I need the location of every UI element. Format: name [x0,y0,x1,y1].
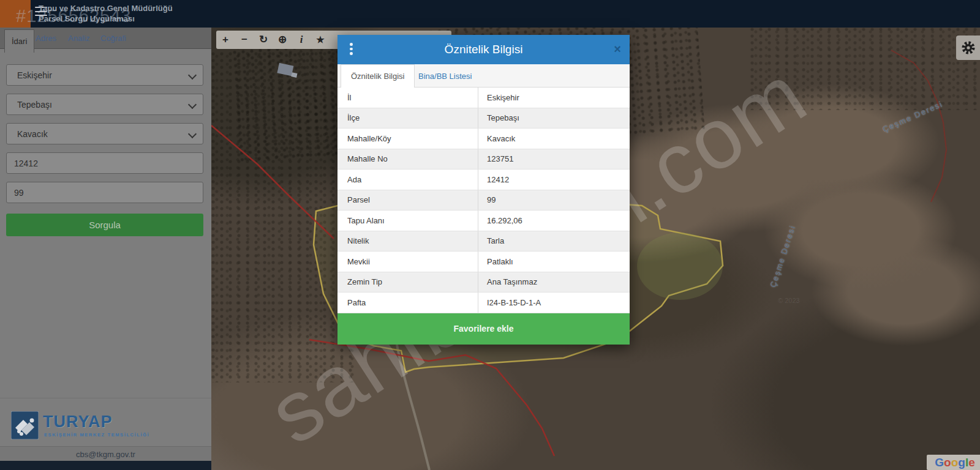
table-row-parsel: Parsel 99 [337,190,630,211]
tab-idari[interactable]: İdari [4,29,34,53]
zoom-out-icon[interactable]: − [235,31,254,49]
neighborhood-select-value: Kavacık [17,129,48,139]
parcel-query-app: Çeşme Deresi Çeşme Deresi © 2023 sahibin… [0,0,980,470]
crosshair-icon[interactable]: ⊕ [273,31,292,49]
parcel-field-green [637,233,723,300]
chevron-down-icon [188,71,197,80]
gear-icon [960,40,976,56]
google-logo-text: Google [935,455,974,470]
turyap-logo: TURYAP ESKİŞEHİR MERKEZ TEMSİLCİLİĞİ [11,411,195,445]
listing-id-watermark: #1256562543 [16,6,131,26]
modal-tabstrip: Öznitelik Bilgisi Bina/BB Listesi [337,64,630,88]
district-select[interactable]: Tepebaşı [6,94,203,115]
sidebar-footer-strip [0,461,211,470]
building-roof [277,63,293,76]
tab-bina-bb-listesi[interactable]: Bina/BB Listesi [410,64,480,88]
district-select-value: Tepebaşı [17,100,52,110]
handshake-icon [11,411,39,439]
table-row-pafta: Pafta I24-B-15-D-1-A [337,293,630,313]
attribute-table: İl Eskişehir İlçe Tepebaşı Mahalle/Köy K… [337,88,630,313]
google-logo[interactable]: Google [927,455,980,470]
query-sidebar: İdari Adres Analiz Coğrafi Eskişehir Tep… [0,28,211,470]
modal-header: Öznitelik Bilgisi × [337,35,630,64]
settings-button[interactable] [956,35,980,60]
sidebar-divider [0,398,211,398]
turyap-wordmark: TURYAP [43,412,113,431]
boundary-line-red-west [211,125,334,239]
table-row-zemin-tip: Zemin Tip Ana Taşınmaz [337,272,630,293]
query-button[interactable]: Sorgula [6,214,203,236]
province-select-value: Eskişehir [17,70,52,80]
table-row-mahalle-no: Mahalle No 123751 [337,149,630,170]
table-row-nitelik: Nitelik Tarla [337,231,630,252]
info-icon[interactable]: i [292,31,311,49]
star-icon[interactable]: ★ [311,31,330,49]
zoom-in-icon[interactable]: + [216,31,235,49]
tab-adres[interactable]: Adres [31,28,61,48]
table-row-il: İl Eskişehir [337,88,630,108]
table-row-mevkii: Mevkii Patlaklı [337,252,630,272]
province-select[interactable]: Eskişehir [6,64,203,86]
chevron-down-icon [188,130,197,138]
chevron-down-icon [188,100,197,109]
contact-email: cbs@tkgm.gov.tr [0,446,211,461]
close-icon[interactable]: × [614,41,621,57]
neighborhood-select[interactable]: Kavacık [6,123,203,144]
add-to-favorites-button[interactable]: Favorilere ekle [337,313,630,345]
table-row-ilce: İlçe Tepebaşı [337,108,630,129]
map-attribution: © 2023 [778,297,800,304]
attribute-info-modal: Öznitelik Bilgisi × Öznitelik Bilgisi Bi… [337,35,630,345]
tab-analiz[interactable]: Analiz [63,28,94,48]
ada-input[interactable] [6,152,203,174]
tab-oznitelik-bilgisi[interactable]: Öznitelik Bilgisi [341,64,415,88]
table-row-tapu-alani: Tapu Alanı 16.292,06 [337,211,630,231]
tab-cografi[interactable]: Coğrafi [96,28,131,48]
modal-title: Öznitelik Bilgisi [337,43,630,56]
parsel-input[interactable] [6,182,203,203]
refresh-icon[interactable]: ↻ [254,31,273,49]
app-header: Tapu ve Kadastro Genel Müdürlüğü Parsel … [0,0,980,28]
table-row-ada: Ada 12412 [337,170,630,190]
table-row-mahalle-koy: Mahalle/Köy Kavacık [337,129,630,149]
building-roof-small [291,72,297,78]
turyap-branch-label: ESKİŞEHİR MERKEZ TEMSİLCİLİĞİ [44,432,149,438]
